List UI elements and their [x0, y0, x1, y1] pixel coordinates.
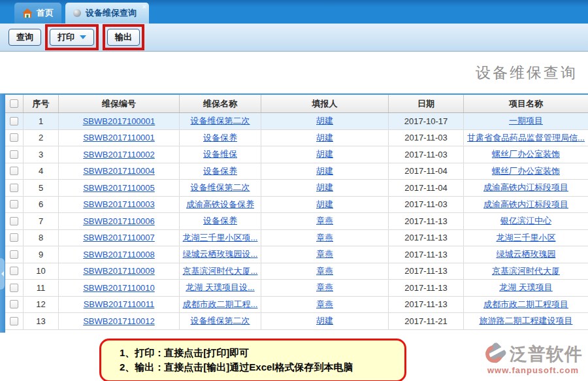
- maintenance-name-link[interactable]: 设备维保第二次: [191, 115, 250, 127]
- reporter-link[interactable]: 章燕: [316, 215, 333, 227]
- vendor-name: 泛普软件: [510, 342, 583, 366]
- chevron-down-icon[interactable]: [80, 35, 86, 39]
- table-row[interactable]: 6SBWB2017110003成渝高铁设备保养胡建2017-11-03成渝高铁内…: [5, 197, 588, 214]
- table-row[interactable]: 7SBWB2017110006设备保养章燕2017-11-13银亿滨江中心: [5, 213, 588, 230]
- reporter-link[interactable]: 胡建: [316, 315, 333, 327]
- reporter-link[interactable]: 章燕: [316, 248, 333, 260]
- maintenance-code-link[interactable]: SBWB2017110005: [83, 183, 155, 193]
- maintenance-code-link[interactable]: SBWB2017110012: [83, 316, 155, 326]
- row-checkbox[interactable]: [10, 250, 18, 259]
- maintenance-name-link[interactable]: 龙湖三千里小区项...: [183, 232, 258, 244]
- select-all-checkbox[interactable]: [10, 99, 18, 108]
- reporter-link[interactable]: 胡建: [316, 132, 333, 144]
- maintenance-code-link[interactable]: SBWB2017110004: [83, 166, 155, 176]
- row-checkbox[interactable]: [10, 117, 18, 125]
- row-checkbox[interactable]: [10, 300, 18, 308]
- row-checkbox[interactable]: [10, 284, 18, 292]
- row-name-cell: 设备保养: [180, 163, 261, 180]
- reporter-link[interactable]: 胡建: [316, 199, 333, 210]
- table-row[interactable]: 12SBWB2017110011成都市政二期工程...章燕2017-11-13成…: [5, 297, 588, 314]
- row-seq: 1: [24, 113, 59, 129]
- row-name-cell: 设备维保第二次: [180, 113, 261, 129]
- project-name-link[interactable]: 京基滨河时代大厦: [492, 265, 560, 277]
- maintenance-name-link[interactable]: 龙湖 天璞项目设...: [186, 282, 254, 293]
- maintenance-name-link[interactable]: 设备维保第二次: [191, 315, 250, 327]
- project-name-link[interactable]: 成渝高铁内江标段项目: [483, 199, 568, 210]
- collapse-handle[interactable]: [0, 258, 5, 290]
- maintenance-code-link[interactable]: SBWB2017110008: [83, 250, 155, 259]
- row-checkbox[interactable]: [10, 167, 18, 175]
- project-name-link[interactable]: 螺丝厂办公室装饰: [492, 148, 560, 160]
- reporter-link[interactable]: 章燕: [316, 232, 333, 244]
- project-name-link[interactable]: 绿城云栖玫瑰园: [497, 248, 556, 260]
- maintenance-code-link[interactable]: SBWB2017110011: [84, 299, 155, 309]
- reporter-link[interactable]: 章燕: [316, 265, 333, 277]
- row-checkbox-cell: [5, 297, 24, 313]
- row-code-cell: SBWB2017110012: [59, 313, 180, 329]
- export-button[interactable]: 输出: [107, 29, 140, 46]
- table-row[interactable]: 13SBWB2017110012设备维保第二次胡建2017-11-21旅游路二期…: [5, 313, 588, 330]
- maintenance-code-link[interactable]: SBWB2017110003: [83, 199, 155, 209]
- page-title: 设备维保查询: [476, 63, 578, 83]
- reporter-link[interactable]: 胡建: [316, 148, 333, 160]
- maintenance-name-link[interactable]: 成渝高铁设备保养: [186, 199, 254, 210]
- maintenance-code-link[interactable]: SBWB2017110001: [83, 133, 155, 142]
- tab-equipment-maintenance-query[interactable]: 设备维保查询 ×: [65, 3, 149, 24]
- close-icon[interactable]: ×: [142, 3, 146, 10]
- row-project-cell: 旅游路二期工程建设项目: [464, 313, 588, 329]
- table-row[interactable]: 1SBWB2017100001设备维保第二次胡建2017-10-17一期项目: [5, 113, 588, 130]
- maintenance-name-link[interactable]: 京基滨河时代大厦...: [183, 265, 258, 277]
- row-checkbox[interactable]: [10, 200, 18, 208]
- project-name-link[interactable]: 银亿滨江中心: [500, 215, 551, 227]
- maintenance-name-link[interactable]: 成都市政二期工程...: [183, 299, 258, 310]
- maintenance-name-link[interactable]: 设备保养: [203, 165, 237, 177]
- table-row[interactable]: 9SBWB2017110008绿城云栖玫瑰园设...章燕2017-11-13绿城…: [5, 246, 588, 263]
- maintenance-code-link[interactable]: SBWB2017110002: [83, 150, 155, 159]
- row-checkbox[interactable]: [10, 217, 18, 225]
- project-name-link[interactable]: 旅游路二期工程建设项目: [480, 315, 573, 327]
- row-checkbox[interactable]: [10, 233, 18, 242]
- row-seq: 7: [24, 213, 59, 229]
- maintenance-name-link[interactable]: 绿城云栖玫瑰园设...: [183, 248, 258, 260]
- reporter-link[interactable]: 章燕: [316, 282, 333, 293]
- reporter-link[interactable]: 胡建: [316, 115, 333, 127]
- project-name-link[interactable]: 甘肃省食品药品监督管理局信...: [467, 132, 585, 144]
- maintenance-name-link[interactable]: 设备维保第二次: [191, 182, 250, 193]
- print-button[interactable]: 打印: [50, 29, 94, 46]
- table-row[interactable]: 2SBWB2017110001设备保养胡建2017-11-03甘肃省食品药品监督…: [5, 130, 588, 147]
- maintenance-code-link[interactable]: SBWB2017100001: [83, 116, 155, 126]
- row-name-cell: 设备维保第二次: [180, 180, 261, 196]
- tab-home[interactable]: 首页: [14, 3, 61, 24]
- project-name-link[interactable]: 螺丝厂办公室装饰: [492, 165, 560, 177]
- project-name-link[interactable]: 龙湖 天璞项目: [499, 282, 553, 293]
- table-row[interactable]: 4SBWB2017110004设备保养胡建2017-11-04螺丝厂办公室装饰: [5, 163, 588, 180]
- maintenance-code-link[interactable]: SBWB2017110010: [83, 283, 155, 293]
- project-name-link[interactable]: 成渝高铁内江标段项目: [483, 182, 568, 193]
- table-row[interactable]: 10SBWB2017110009京基滨河时代大厦...章燕2017-11-13京…: [5, 263, 588, 280]
- row-project-cell: 京基滨河时代大厦: [464, 263, 588, 280]
- project-name-link[interactable]: 龙湖三千里小区: [497, 232, 556, 244]
- reporter-link[interactable]: 胡建: [316, 165, 333, 177]
- reporter-link[interactable]: 章燕: [316, 299, 333, 310]
- row-checkbox[interactable]: [10, 317, 18, 325]
- row-checkbox[interactable]: [10, 184, 18, 192]
- maintenance-code-link[interactable]: SBWB2017110009: [83, 266, 155, 276]
- reporter-link[interactable]: 胡建: [316, 182, 333, 193]
- maintenance-code-link[interactable]: SBWB2017110007: [83, 233, 155, 242]
- table-row[interactable]: 8SBWB2017110007龙湖三千里小区项...章燕2017-11-13龙湖…: [5, 230, 588, 247]
- project-name-link[interactable]: 成都市政二期工程项目: [483, 299, 568, 310]
- row-name-cell: 设备维保第二次: [180, 313, 261, 329]
- maintenance-name-link[interactable]: 设备保养: [203, 132, 237, 144]
- row-seq: 11: [24, 280, 59, 296]
- table-row[interactable]: 3SBWB2017110002设备维保胡建2017-11-03螺丝厂办公室装饰: [5, 146, 588, 163]
- maintenance-name-link[interactable]: 设备维保: [203, 148, 237, 160]
- project-name-link[interactable]: 一期项目: [509, 115, 543, 127]
- maintenance-code-link[interactable]: SBWB2017110006: [83, 216, 155, 226]
- table-row[interactable]: 11SBWB2017110010龙湖 天璞项目设...章燕2017-11-13龙…: [5, 280, 588, 297]
- row-checkbox[interactable]: [10, 150, 18, 159]
- row-checkbox[interactable]: [10, 133, 18, 142]
- row-checkbox[interactable]: [10, 267, 18, 275]
- table-row[interactable]: 5SBWB2017110005设备维保第二次胡建2017-11-04成渝高铁内江…: [5, 180, 588, 197]
- query-button[interactable]: 查询: [8, 29, 41, 46]
- maintenance-name-link[interactable]: 设备保养: [203, 215, 237, 227]
